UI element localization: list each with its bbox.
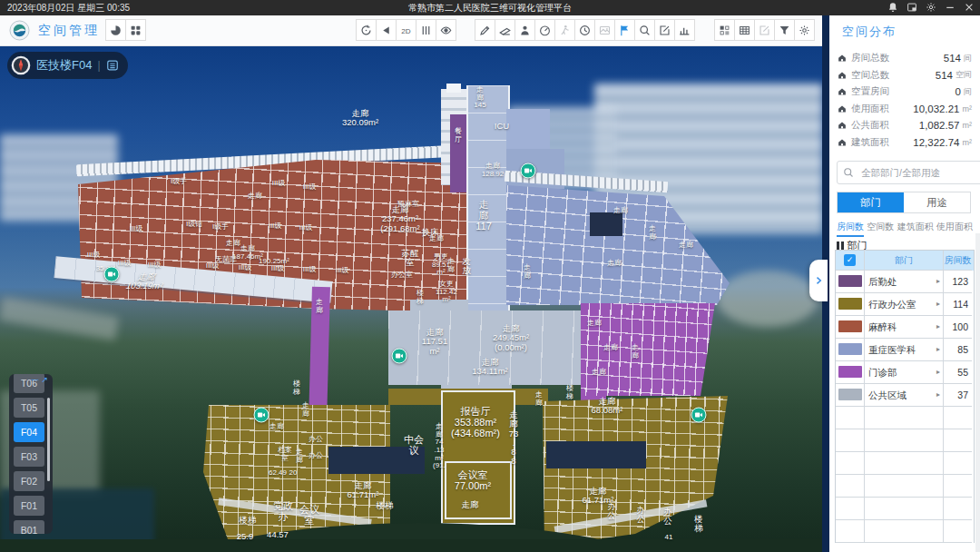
expand-caret-icon[interactable]: ▸ [936, 271, 940, 292]
toolbar-time-button[interactable] [574, 19, 595, 41]
stat-value: 514 [936, 70, 953, 81]
subtab-房间数[interactable]: 房间数 [837, 221, 864, 237]
toolbar-blocks-button[interactable] [714, 19, 735, 41]
toolbar-roam-button[interactable] [554, 19, 575, 41]
floor-button-T05[interactable]: T05 [14, 398, 44, 418]
expand-caret-icon[interactable]: ▸ [936, 339, 940, 360]
toolbar-measure-button[interactable] [475, 19, 495, 41]
expand-caret-icon[interactable]: ▸ [936, 293, 940, 315]
expand-caret-icon[interactable]: ▸ [936, 384, 940, 406]
toolbar-flag-button[interactable] [614, 19, 635, 41]
empty-row [836, 475, 974, 498]
floor-panel-scrollbar[interactable] [47, 398, 50, 481]
metric-tabs: 房间数空间数建筑面积使用面积 [837, 221, 973, 237]
camera-marker[interactable] [521, 163, 536, 179]
expand-caret-icon[interactable]: ▸ [936, 361, 940, 383]
toolbar-dashboard-button[interactable] [534, 19, 555, 41]
table-row[interactable]: 公共区域▸37 [836, 384, 974, 407]
toolbar-columns-button[interactable] [416, 19, 436, 41]
toolbar-back-button[interactable] [376, 19, 397, 41]
toolbar-stats-button[interactable] [674, 19, 695, 41]
table-row[interactable]: 后勤处▸123 [836, 271, 974, 293]
subtab-建筑面积[interactable]: 建筑面积 [897, 221, 934, 237]
empty-cell [836, 520, 865, 543]
toolbar-edit2-button[interactable] [754, 19, 775, 41]
fullscreen-panel-icon[interactable]: ↗ [41, 375, 48, 384]
chevron-right-icon [813, 275, 824, 286]
floor-button-B01[interactable]: B01 [14, 520, 44, 534]
bars-icon [837, 242, 844, 251]
toolbar-2d-button[interactable]: 2D [396, 19, 416, 41]
rotate-reset-icon [360, 25, 372, 36]
tab-用途[interactable]: 用途 [904, 192, 970, 212]
3d-scene: 走廊 320.09m²I级手III级III级走廊I级铅I级手III级III级II… [0, 45, 822, 552]
floor-selector-panel[interactable]: — ↗ T06T05F04F03F02F01B01 [9, 374, 53, 534]
svg-text:2D: 2D [401, 26, 411, 34]
toolbar-settings-button[interactable] [794, 19, 815, 41]
toolbar-wall-button[interactable] [495, 19, 515, 41]
expand-caret-icon[interactable]: ▸ [936, 316, 940, 338]
search-input[interactable] [859, 166, 970, 179]
building-badge[interactable]: 医技楼F04 | [7, 52, 128, 79]
floor-button-F04[interactable]: F04 [14, 422, 44, 442]
camera-marker[interactable] [104, 267, 120, 282]
sidebar-collapse-button[interactable] [809, 260, 828, 301]
settings-icon[interactable] [926, 2, 936, 13]
toolbar-search-button[interactable] [634, 19, 655, 41]
color-swatch [838, 366, 862, 378]
subtab-使用面积[interactable]: 使用面积 [936, 221, 973, 237]
tab-部门[interactable]: 部门 [838, 192, 904, 212]
edit2-icon [759, 25, 770, 36]
toolbar-rotate-reset-button[interactable] [356, 19, 377, 41]
department-name: 行政办公室 [865, 299, 916, 310]
select-all-checkbox[interactable]: ✓ [844, 254, 856, 266]
empty-cell [944, 452, 972, 475]
stat-label: 空置房间 [851, 85, 889, 98]
stat-unit: 空间 [956, 69, 972, 81]
sidebar-scrollbar[interactable] [975, 233, 980, 552]
stat-unit: 间 [964, 86, 972, 98]
subtab-空间数[interactable]: 空间数 [867, 221, 894, 237]
stat-unit: m² [963, 138, 973, 147]
camera-marker[interactable] [691, 408, 707, 423]
bell-icon[interactable] [887, 2, 898, 13]
toolbar-filter-button[interactable] [774, 19, 795, 41]
empty-cell [865, 520, 944, 543]
camera-marker[interactable] [254, 408, 270, 423]
floor-button-F03[interactable]: F03 [14, 447, 44, 467]
search-box[interactable] [837, 161, 980, 184]
camera-marker[interactable] [392, 349, 407, 364]
blocks-icon [719, 25, 730, 36]
empty-cell [944, 520, 972, 543]
color-swatch [838, 389, 862, 400]
table-row[interactable]: 门诊部▸55 [836, 361, 974, 384]
table-row[interactable]: 麻醉科▸100 [836, 316, 974, 339]
table-row[interactable]: 重症医学科▸85 [836, 339, 974, 361]
stat-unit: 间 [964, 53, 972, 64]
toolbar-person-button[interactable] [514, 19, 535, 41]
flag-icon [619, 25, 631, 36]
empty-row [836, 520, 974, 543]
color-swatch-cell [836, 339, 865, 361]
stat-label: 空间总数 [851, 69, 889, 82]
toolbar-edit-button[interactable] [654, 19, 675, 41]
layers-icon[interactable] [106, 59, 119, 72]
empty-cell [944, 429, 972, 452]
floor-button-F02[interactable]: F02 [14, 471, 44, 491]
2d-icon: 2D [400, 25, 412, 36]
floor-button-F01[interactable]: F01 [14, 496, 44, 516]
toolbar-scene-button[interactable] [594, 19, 615, 41]
toolbar-eye-button[interactable] [436, 19, 456, 41]
select-all-cell: ✓ [836, 251, 865, 271]
toolbar-table-button[interactable] [734, 19, 755, 41]
screen-icon[interactable] [906, 2, 917, 13]
collapse-panel-icon[interactable]: — [30, 375, 38, 384]
stat-label: 建筑面积 [851, 136, 889, 149]
close-icon[interactable] [964, 2, 975, 13]
empty-cell [865, 452, 944, 475]
table-row[interactable]: 行政办公室▸114 [836, 293, 974, 316]
minimize-icon[interactable] [945, 2, 956, 13]
3d-viewport[interactable]: 走廊 320.09m²I级手III级III级走廊I级铅I级手III级III级II… [0, 45, 822, 552]
toolbar-group-2 [475, 19, 695, 41]
stat-row: 建筑面积12,322.74m² [829, 134, 980, 152]
